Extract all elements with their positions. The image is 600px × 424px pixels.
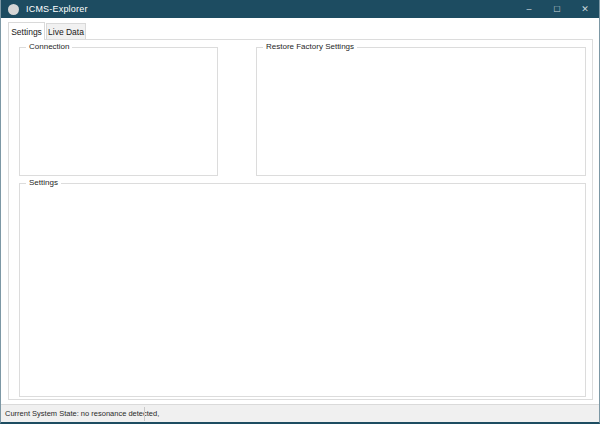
maximize-icon[interactable]: ☐ <box>543 0 571 18</box>
title-bar: ICMS-Explorer – ☐ ✕ <box>1 0 599 18</box>
connection-group: Connection <box>19 47 218 176</box>
app-icon <box>8 4 19 15</box>
restore-factory-group: Restore Factory Settings <box>256 47 586 176</box>
tab-settings[interactable]: Settings <box>8 22 45 40</box>
app-window: ICMS-Explorer – ☐ ✕ Settings Live Data C… <box>0 0 600 424</box>
connection-group-label: Connection <box>26 42 72 51</box>
settings-group-label: Settings <box>26 178 61 187</box>
restore-factory-group-label: Restore Factory Settings <box>263 42 357 51</box>
status-bar: Current System State: no resonance detec… <box>1 404 599 422</box>
system-state-text: Current System State: no resonance detec… <box>5 409 159 418</box>
window-title: ICMS-Explorer <box>26 4 88 14</box>
settings-group: Settings <box>19 183 586 397</box>
statusbar-separator <box>144 407 145 421</box>
tab-live-data[interactable]: Live Data <box>46 23 86 40</box>
close-icon[interactable]: ✕ <box>571 0 599 18</box>
window-controls: – ☐ ✕ <box>515 0 599 18</box>
minimize-icon[interactable]: – <box>515 0 543 18</box>
